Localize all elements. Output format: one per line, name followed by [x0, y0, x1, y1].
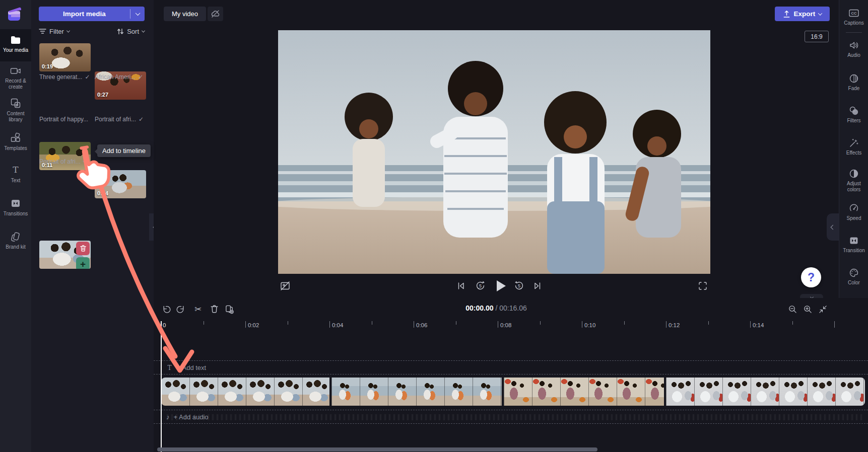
sidebar-item-label: Text	[0, 178, 31, 184]
delete-media-button[interactable]	[76, 242, 90, 255]
redo-icon	[176, 305, 186, 314]
tab-transition[interactable]: Transition	[839, 236, 868, 254]
ruler-label: 0:12	[669, 322, 680, 328]
sidebar-item-your-media[interactable]: Your media	[0, 29, 31, 61]
media-item-thumbnail[interactable]: 0:14	[95, 170, 146, 198]
ruler-tick	[414, 321, 414, 328]
media-item-label: Portrait of happy...	[39, 116, 88, 123]
sidebar-item-transitions[interactable]: Transitions	[0, 198, 31, 217]
check-icon: ✓	[139, 116, 144, 123]
zoom-in-button[interactable]	[802, 303, 814, 315]
tab-label: Fade	[839, 86, 868, 92]
snapshot-off-button[interactable]	[280, 280, 291, 291]
undo-button[interactable]	[160, 303, 172, 315]
sidebar-item-templates[interactable]: Templates	[0, 132, 31, 152]
ruler-label: 0:14	[753, 322, 764, 328]
tab-filters[interactable]: Filters	[839, 106, 868, 124]
folder-icon	[0, 35, 31, 45]
timeline-clip-3[interactable]	[504, 378, 664, 406]
media-item-thumbnail-hovered[interactable]: +	[39, 241, 91, 269]
expand-properties-panel-button[interactable]	[827, 213, 839, 241]
timeline-clip-4[interactable]	[666, 378, 865, 406]
filter-button[interactable]: Filter	[39, 28, 70, 35]
tab-label: Color	[839, 280, 868, 286]
skip-start-button[interactable]	[456, 281, 466, 291]
cloud-sync-off-button[interactable]	[208, 7, 223, 21]
timeline-clip-1[interactable]	[161, 378, 329, 406]
timeline-horizontal-scrollbar[interactable]	[157, 447, 597, 451]
duration-badge: 0:27	[97, 92, 108, 98]
check-icon: ✓	[138, 73, 143, 81]
tab-captions[interactable]: CC Captions	[839, 8, 868, 26]
skip-end-icon	[532, 281, 543, 291]
undo-icon	[161, 305, 171, 314]
sidebar-item-label: Brand kit	[0, 244, 31, 250]
clipchamp-logo[interactable]	[5, 5, 24, 24]
ruler-tick	[329, 321, 330, 328]
question-mark-icon: ?	[808, 271, 815, 284]
text-track[interactable]: T + Add text	[154, 360, 868, 374]
media-item-thumbnail[interactable]: 0:19	[39, 43, 91, 71]
video-preview[interactable]	[278, 30, 710, 274]
sidebar-item-text[interactable]: T Text	[0, 165, 31, 184]
sidebar-item-label: Transitions	[0, 211, 31, 217]
skip-end-button[interactable]	[532, 281, 543, 291]
tab-audio[interactable]: Audio	[839, 40, 868, 58]
sidebar-item-label: Your media	[0, 47, 31, 53]
media-item-thumbnail[interactable]: 0:11	[39, 142, 91, 170]
ruler-tick	[708, 321, 709, 325]
tab-fade[interactable]: Fade	[839, 73, 868, 92]
zoom-fit-button[interactable]	[817, 303, 829, 315]
ruler-tick	[245, 321, 246, 328]
duplicate-button[interactable]	[223, 303, 235, 315]
aspect-ratio-badge[interactable]: 16:9	[805, 31, 829, 42]
add-to-timeline-button[interactable]: +	[76, 257, 90, 269]
plus-icon: +	[80, 259, 86, 269]
tab-effects[interactable]: Effects	[839, 138, 868, 156]
chevron-down-icon[interactable]	[83, 159, 86, 163]
duration-badge: 0:14	[97, 190, 108, 196]
duration-badge: 0:19	[42, 63, 53, 69]
sidebar-item-brand-kit[interactable]: Brand kit	[0, 231, 31, 250]
sidebar-item-record-create[interactable]: Record & create	[0, 66, 31, 90]
ruler-tick	[372, 321, 372, 325]
fullscreen-button[interactable]	[698, 281, 708, 291]
import-media-button[interactable]: Import media	[39, 7, 145, 21]
speedometer-icon	[839, 203, 868, 213]
library-icon	[0, 98, 31, 109]
timeline-ruler[interactable]: 0 0:020:040:060:080:100:120:14	[161, 321, 864, 335]
redo-button[interactable]	[175, 303, 187, 315]
help-button[interactable]: ?	[801, 267, 821, 287]
ruler-tick	[540, 321, 541, 325]
picture-off-icon	[280, 280, 291, 291]
tab-adjust-colors[interactable]: Adjust colors	[839, 169, 868, 193]
add-text-label: + Add text	[177, 364, 206, 371]
project-title-tab[interactable]: My video	[164, 7, 206, 21]
check-icon: ✓	[85, 73, 90, 81]
zoom-out-button[interactable]	[786, 303, 798, 315]
playhead[interactable]	[161, 321, 162, 452]
sort-label: Sort	[127, 28, 139, 35]
forward-5s-button[interactable]: 5	[513, 280, 525, 291]
media-item-label: Portrait of afri...	[39, 158, 81, 165]
clipchamp-logo-icon	[5, 5, 24, 24]
delete-button[interactable]	[208, 303, 220, 315]
audio-track[interactable]: ♪ + Add audio	[154, 410, 868, 424]
timeline-clip-2[interactable]	[331, 378, 502, 406]
split-button[interactable]: ✂	[192, 303, 204, 315]
transitions-icon	[0, 198, 31, 209]
text-track-icon: T	[166, 364, 173, 371]
ruler-tick	[498, 321, 498, 328]
rewind-5s-button[interactable]: 5	[475, 280, 486, 291]
play-button[interactable]	[494, 279, 507, 293]
media-item-label: African Ameri...	[95, 73, 136, 81]
import-media-dropdown[interactable]	[130, 12, 145, 16]
time-display: 00:00.00 / 00:16.06	[436, 304, 557, 312]
skip-start-icon	[456, 281, 466, 291]
ruler-tick	[624, 321, 625, 325]
sort-button[interactable]: Sort	[117, 28, 145, 35]
tab-color[interactable]: Color	[839, 268, 868, 286]
export-button[interactable]: Export	[775, 7, 830, 21]
sidebar-item-content-library[interactable]: Content library	[0, 98, 31, 123]
tab-speed[interactable]: Speed	[839, 203, 868, 221]
